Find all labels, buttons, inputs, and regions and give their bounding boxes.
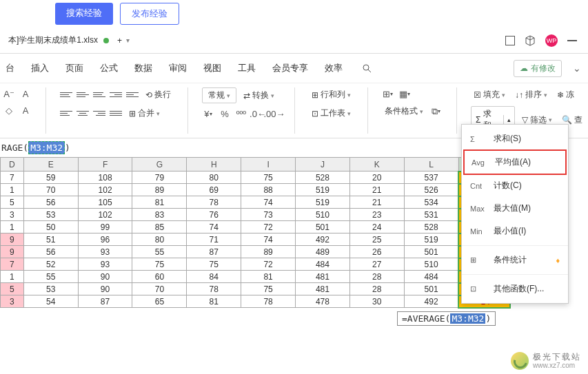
cell[interactable]: 96 [78, 233, 132, 246]
cell[interactable]: 492 [404, 295, 458, 308]
cell[interactable]: 9 [1, 233, 24, 246]
cell[interactable]: 528 [296, 172, 350, 184]
col-header-L[interactable]: L [404, 158, 458, 172]
font-decrease-icon[interactable]: A⁻ [3, 87, 15, 100]
percent-icon[interactable]: % [219, 107, 231, 120]
cell[interactable]: 99 [78, 221, 132, 233]
cell[interactable]: 93 [78, 258, 132, 271]
cell[interactable]: 56 [23, 196, 78, 209]
cell[interactable]: 24 [349, 221, 404, 233]
cell[interactable]: 56 [23, 246, 78, 258]
align-top-icon[interactable] [60, 90, 72, 100]
cell[interactable] [349, 308, 404, 320]
align-justify-icon[interactable] [110, 109, 122, 118]
cell[interactable]: 81 [241, 271, 296, 283]
cell[interactable]: 7 [1, 258, 24, 271]
cell[interactable]: 30 [349, 295, 404, 308]
rowcol-button[interactable]: ⊞ 行和列▾ [309, 87, 354, 102]
cell[interactable]: 90 [78, 283, 132, 295]
cell[interactable]: 519 [296, 196, 350, 209]
cell[interactable]: 484 [404, 271, 458, 283]
cell[interactable]: 53 [23, 209, 78, 221]
menu-data[interactable]: 数据 [128, 59, 159, 77]
cell[interactable]: 481 [296, 283, 350, 295]
cell[interactable]: 20 [349, 172, 404, 184]
col-header-F[interactable]: F [78, 158, 132, 172]
cell[interactable]: 81 [187, 295, 241, 308]
col-header-D[interactable]: D [1, 158, 24, 172]
cell[interactable]: 78 [187, 283, 241, 295]
cell[interactable]: 5 [1, 196, 24, 209]
menu-sum[interactable]: Σ求和(S) [462, 127, 568, 150]
currency-icon[interactable]: ¥▾ [202, 107, 214, 120]
menu-efficiency[interactable]: 效率 [318, 59, 349, 77]
decimal-inc-icon[interactable]: .00→ [268, 107, 281, 120]
cell[interactable]: 531 [404, 209, 458, 221]
cell[interactable]: 75 [132, 258, 187, 271]
cell[interactable]: 28 [349, 283, 404, 295]
menu-page[interactable]: 页面 [59, 59, 90, 77]
cell[interactable]: 50 [23, 221, 78, 233]
align-right-icon[interactable] [93, 109, 105, 118]
cell[interactable]: 537 [404, 172, 458, 184]
cell[interactable]: 89 [132, 184, 187, 196]
cell[interactable]: 52 [23, 258, 78, 271]
window-restore-icon[interactable] [505, 36, 515, 45]
cell[interactable]: 481 [296, 271, 350, 283]
cell[interactable]: 81 [132, 196, 187, 209]
indent-right-icon[interactable] [126, 90, 139, 100]
cell[interactable]: 75 [187, 258, 241, 271]
number-format-select[interactable]: 常规 ▾ [202, 87, 236, 103]
cell[interactable]: 501 [296, 221, 350, 233]
cell[interactable]: 59 [23, 172, 78, 184]
cell[interactable]: 76 [187, 209, 241, 221]
cell[interactable] [23, 308, 78, 320]
cell[interactable]: 93 [78, 246, 132, 258]
menu-tools[interactable]: 工具 [231, 59, 263, 77]
user-avatar[interactable]: WP [545, 34, 558, 47]
menu-view[interactable]: 视图 [196, 59, 228, 77]
align-left-icon[interactable] [60, 109, 72, 118]
cell[interactable]: 3 [1, 209, 24, 221]
cell[interactable]: 528 [404, 221, 458, 233]
cell[interactable]: 89 [241, 246, 296, 258]
cell[interactable]: 83 [132, 209, 187, 221]
menu-start[interactable]: 台 [0, 59, 21, 77]
decimal-dec-icon[interactable]: .0← [252, 107, 264, 120]
cell[interactable]: 72 [241, 258, 296, 271]
cell[interactable]: 519 [296, 184, 350, 196]
wrap-text-button[interactable]: ⟲ 换行 [143, 87, 174, 102]
menu-insert[interactable]: 插入 [24, 59, 56, 77]
cell[interactable]: 74 [241, 233, 296, 246]
cell[interactable]: 70 [23, 184, 78, 196]
cell[interactable]: 1 [1, 221, 24, 233]
font-style-icon[interactable]: A [19, 104, 32, 116]
cell[interactable]: 88 [241, 184, 296, 196]
cell[interactable]: 53 [23, 283, 78, 295]
fill-button[interactable]: ☒ 填充▾ [471, 87, 508, 102]
cell[interactable] [296, 308, 350, 320]
cell[interactable]: 534 [404, 196, 458, 209]
cell[interactable]: 69 [187, 184, 241, 196]
col-header-I[interactable]: I [241, 158, 296, 172]
cell[interactable]: 9 [1, 246, 24, 258]
cell[interactable]: 27 [349, 258, 404, 271]
cell[interactable]: 78 [241, 295, 296, 308]
tab-dropdown[interactable]: ▾ [126, 37, 130, 44]
spreadsheet-grid[interactable]: DEFGHIJKLM 75910879807552820537-91701028… [0, 157, 510, 320]
worksheet-button[interactable]: ⊡ 工作表▾ [309, 106, 354, 121]
cell[interactable]: 74 [187, 221, 241, 233]
col-header-G[interactable]: G [132, 158, 187, 172]
menu-review[interactable]: 审阅 [162, 59, 194, 77]
menu-max[interactable]: Max最大值(M) [462, 197, 568, 220]
cell[interactable]: 87 [78, 295, 132, 308]
cell[interactable]: 25 [349, 233, 404, 246]
cell[interactable]: 55 [23, 271, 78, 283]
cell[interactable]: 23 [349, 209, 404, 221]
font-color-icon[interactable]: A [19, 87, 32, 100]
cell[interactable]: 65 [132, 295, 187, 308]
menu-cond-stat[interactable]: ⊞条件统计♦ [462, 249, 568, 271]
menu-more-icon[interactable]: ⌄ [573, 63, 581, 74]
cell[interactable]: 90 [78, 271, 132, 283]
cell[interactable]: 21 [349, 184, 404, 196]
